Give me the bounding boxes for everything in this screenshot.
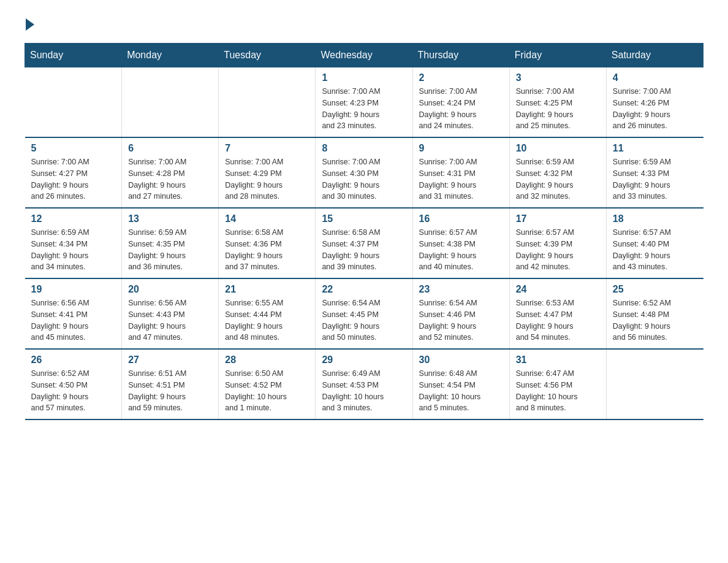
calendar-cell: 9Sunrise: 7:00 AM Sunset: 4:31 PM Daylig…	[412, 137, 509, 208]
calendar-cell: 6Sunrise: 7:00 AM Sunset: 4:28 PM Daylig…	[122, 137, 219, 208]
calendar-week-row: 12Sunrise: 6:59 AM Sunset: 4:34 PM Dayli…	[25, 208, 703, 278]
calendar-header-sunday: Sunday	[25, 44, 122, 67]
day-number: 20	[128, 284, 212, 295]
day-number: 7	[225, 143, 309, 154]
calendar-cell: 3Sunrise: 7:00 AM Sunset: 4:25 PM Daylig…	[509, 67, 606, 138]
logo	[25, 18, 34, 31]
calendar-cell: 15Sunrise: 6:58 AM Sunset: 4:37 PM Dayli…	[316, 208, 412, 278]
day-number: 5	[31, 143, 116, 154]
day-info: Sunrise: 6:59 AM Sunset: 4:35 PM Dayligh…	[128, 227, 212, 273]
day-info: Sunrise: 6:54 AM Sunset: 4:45 PM Dayligh…	[322, 297, 406, 343]
day-number: 10	[516, 143, 600, 154]
day-number: 6	[128, 143, 212, 154]
day-info: Sunrise: 6:52 AM Sunset: 4:50 PM Dayligh…	[31, 368, 116, 414]
day-number: 28	[225, 354, 309, 366]
day-number: 15	[322, 213, 406, 224]
day-info: Sunrise: 6:56 AM Sunset: 4:41 PM Dayligh…	[31, 297, 116, 343]
calendar-cell: 28Sunrise: 6:50 AM Sunset: 4:52 PM Dayli…	[219, 349, 316, 419]
calendar-cell: 14Sunrise: 6:58 AM Sunset: 4:36 PM Dayli…	[219, 208, 316, 278]
page-header	[25, 18, 703, 31]
day-info: Sunrise: 6:50 AM Sunset: 4:52 PM Dayligh…	[225, 368, 309, 414]
calendar-header-tuesday: Tuesday	[219, 44, 316, 67]
day-info: Sunrise: 6:53 AM Sunset: 4:47 PM Dayligh…	[516, 297, 600, 343]
calendar-cell: 1Sunrise: 7:00 AM Sunset: 4:23 PM Daylig…	[316, 67, 412, 138]
calendar-week-row: 26Sunrise: 6:52 AM Sunset: 4:50 PM Dayli…	[25, 349, 703, 419]
calendar-header-saturday: Saturday	[606, 44, 703, 67]
calendar-cell: 21Sunrise: 6:55 AM Sunset: 4:44 PM Dayli…	[219, 278, 316, 349]
day-info: Sunrise: 6:52 AM Sunset: 4:48 PM Dayligh…	[613, 297, 697, 343]
day-number: 11	[613, 143, 697, 154]
calendar-cell: 4Sunrise: 7:00 AM Sunset: 4:26 PM Daylig…	[606, 67, 703, 138]
day-number: 14	[225, 213, 309, 224]
calendar-cell: 13Sunrise: 6:59 AM Sunset: 4:35 PM Dayli…	[122, 208, 219, 278]
day-number: 30	[419, 354, 503, 366]
calendar-cell: 7Sunrise: 7:00 AM Sunset: 4:29 PM Daylig…	[219, 137, 316, 208]
day-number: 2	[419, 72, 503, 83]
calendar-week-row: 5Sunrise: 7:00 AM Sunset: 4:27 PM Daylig…	[25, 137, 703, 208]
calendar-cell: 10Sunrise: 6:59 AM Sunset: 4:32 PM Dayli…	[509, 137, 606, 208]
calendar-header-monday: Monday	[122, 44, 219, 67]
day-info: Sunrise: 7:00 AM Sunset: 4:27 PM Dayligh…	[31, 156, 116, 202]
day-number: 12	[31, 213, 116, 224]
day-number: 8	[322, 143, 406, 154]
day-number: 1	[322, 72, 406, 83]
day-info: Sunrise: 6:59 AM Sunset: 4:33 PM Dayligh…	[613, 156, 697, 202]
day-info: Sunrise: 6:56 AM Sunset: 4:43 PM Dayligh…	[128, 297, 212, 343]
day-number: 24	[516, 284, 600, 295]
day-info: Sunrise: 6:57 AM Sunset: 4:40 PM Dayligh…	[613, 227, 697, 273]
calendar-cell: 12Sunrise: 6:59 AM Sunset: 4:34 PM Dayli…	[25, 208, 122, 278]
day-info: Sunrise: 6:57 AM Sunset: 4:39 PM Dayligh…	[516, 227, 600, 273]
day-info: Sunrise: 6:54 AM Sunset: 4:46 PM Dayligh…	[419, 297, 503, 343]
day-info: Sunrise: 6:59 AM Sunset: 4:34 PM Dayligh…	[31, 227, 116, 273]
day-number: 9	[419, 143, 503, 154]
calendar-header-wednesday: Wednesday	[316, 44, 412, 67]
day-info: Sunrise: 7:00 AM Sunset: 4:30 PM Dayligh…	[322, 156, 406, 202]
calendar-cell	[25, 67, 122, 138]
calendar-week-row: 1Sunrise: 7:00 AM Sunset: 4:23 PM Daylig…	[25, 67, 703, 138]
day-number: 4	[613, 72, 697, 83]
calendar-header-row: SundayMondayTuesdayWednesdayThursdayFrid…	[25, 44, 703, 67]
day-number: 13	[128, 213, 212, 224]
day-number: 17	[516, 213, 600, 224]
calendar-cell: 27Sunrise: 6:51 AM Sunset: 4:51 PM Dayli…	[122, 349, 219, 419]
calendar-cell: 30Sunrise: 6:48 AM Sunset: 4:54 PM Dayli…	[412, 349, 509, 419]
day-info: Sunrise: 6:58 AM Sunset: 4:36 PM Dayligh…	[225, 227, 309, 273]
day-info: Sunrise: 7:00 AM Sunset: 4:25 PM Dayligh…	[516, 86, 600, 132]
day-info: Sunrise: 7:00 AM Sunset: 4:28 PM Dayligh…	[128, 156, 212, 202]
calendar-cell: 25Sunrise: 6:52 AM Sunset: 4:48 PM Dayli…	[606, 278, 703, 349]
day-info: Sunrise: 6:48 AM Sunset: 4:54 PM Dayligh…	[419, 368, 503, 414]
day-info: Sunrise: 7:00 AM Sunset: 4:31 PM Dayligh…	[419, 156, 503, 202]
calendar-cell: 18Sunrise: 6:57 AM Sunset: 4:40 PM Dayli…	[606, 208, 703, 278]
day-info: Sunrise: 6:57 AM Sunset: 4:38 PM Dayligh…	[419, 227, 503, 273]
calendar-header-friday: Friday	[509, 44, 606, 67]
logo-blue-part	[25, 18, 34, 31]
calendar-week-row: 19Sunrise: 6:56 AM Sunset: 4:41 PM Dayli…	[25, 278, 703, 349]
calendar-cell: 20Sunrise: 6:56 AM Sunset: 4:43 PM Dayli…	[122, 278, 219, 349]
calendar-cell	[122, 67, 219, 138]
calendar-header-thursday: Thursday	[412, 44, 509, 67]
day-number: 3	[516, 72, 600, 83]
day-info: Sunrise: 6:51 AM Sunset: 4:51 PM Dayligh…	[128, 368, 212, 414]
day-info: Sunrise: 7:00 AM Sunset: 4:23 PM Dayligh…	[322, 86, 406, 132]
day-info: Sunrise: 7:00 AM Sunset: 4:29 PM Dayligh…	[225, 156, 309, 202]
calendar-cell: 8Sunrise: 7:00 AM Sunset: 4:30 PM Daylig…	[316, 137, 412, 208]
calendar-cell: 24Sunrise: 6:53 AM Sunset: 4:47 PM Dayli…	[509, 278, 606, 349]
calendar-cell: 22Sunrise: 6:54 AM Sunset: 4:45 PM Dayli…	[316, 278, 412, 349]
day-info: Sunrise: 6:47 AM Sunset: 4:56 PM Dayligh…	[516, 368, 600, 414]
calendar-cell: 31Sunrise: 6:47 AM Sunset: 4:56 PM Dayli…	[509, 349, 606, 419]
calendar-cell: 17Sunrise: 6:57 AM Sunset: 4:39 PM Dayli…	[509, 208, 606, 278]
calendar-cell: 29Sunrise: 6:49 AM Sunset: 4:53 PM Dayli…	[316, 349, 412, 419]
calendar-cell: 19Sunrise: 6:56 AM Sunset: 4:41 PM Dayli…	[25, 278, 122, 349]
day-info: Sunrise: 6:49 AM Sunset: 4:53 PM Dayligh…	[322, 368, 406, 414]
day-number: 19	[31, 284, 116, 295]
logo-arrow-icon	[26, 18, 34, 31]
day-number: 18	[613, 213, 697, 224]
day-number: 27	[128, 354, 212, 366]
day-number: 29	[322, 354, 406, 366]
day-number: 25	[613, 284, 697, 295]
day-info: Sunrise: 6:58 AM Sunset: 4:37 PM Dayligh…	[322, 227, 406, 273]
day-number: 31	[516, 354, 600, 366]
calendar-cell: 26Sunrise: 6:52 AM Sunset: 4:50 PM Dayli…	[25, 349, 122, 419]
day-number: 16	[419, 213, 503, 224]
day-info: Sunrise: 7:00 AM Sunset: 4:26 PM Dayligh…	[613, 86, 697, 132]
